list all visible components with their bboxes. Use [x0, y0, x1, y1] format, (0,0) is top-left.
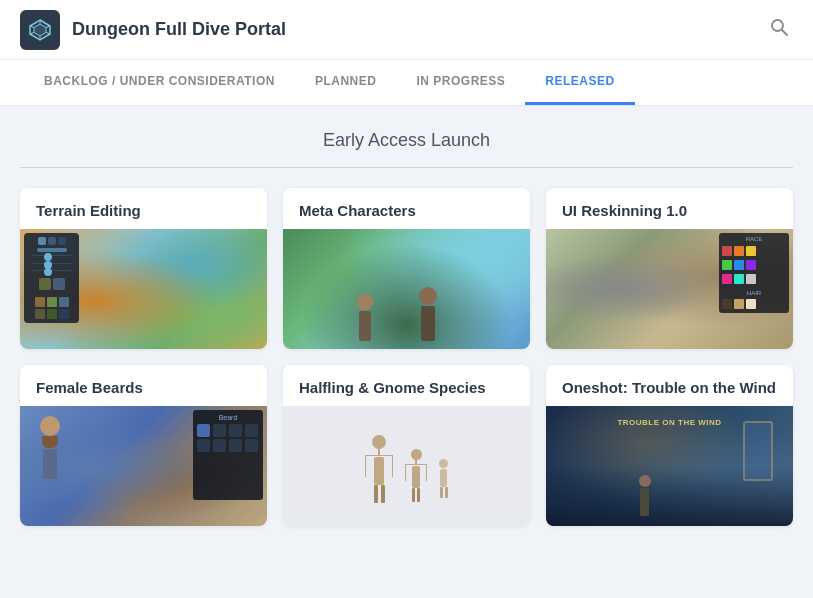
- main-content: Early Access Launch Terrain Editing: [0, 106, 813, 550]
- header: Dungeon Full Dive Portal: [0, 0, 813, 60]
- card-title-halfling: Halfling & Gnome Species: [283, 365, 530, 406]
- card-image-terrain: [20, 229, 267, 349]
- svg-line-9: [782, 30, 787, 35]
- card-halfling-gnome[interactable]: Halfling & Gnome Species: [283, 365, 530, 526]
- nav-tabs: BACKLOG / UNDER CONSIDERATION PLANNED IN…: [0, 60, 813, 106]
- svg-marker-1: [34, 24, 46, 36]
- card-image-halfling: [283, 406, 530, 526]
- svg-point-8: [772, 20, 783, 31]
- card-title-meta: Meta Characters: [283, 188, 530, 229]
- oneshot-title-overlay: TROUBLE ON THE WIND: [617, 418, 721, 427]
- card-title-beards: Female Beards: [20, 365, 267, 406]
- tab-planned[interactable]: PLANNED: [295, 60, 397, 105]
- card-terrain-editing[interactable]: Terrain Editing: [20, 188, 267, 349]
- card-title-terrain: Terrain Editing: [20, 188, 267, 229]
- header-left: Dungeon Full Dive Portal: [20, 10, 286, 50]
- search-button[interactable]: [765, 13, 793, 46]
- card-image-beards: Beard: [20, 406, 267, 526]
- tab-backlog[interactable]: BACKLOG / UNDER CONSIDERATION: [24, 60, 295, 105]
- card-image-meta: [283, 229, 530, 349]
- card-title-oneshot: Oneshot: Trouble on the Wind: [546, 365, 793, 406]
- cards-grid: Terrain Editing: [20, 188, 793, 526]
- tab-in-progress[interactable]: IN PROGRESS: [396, 60, 525, 105]
- tab-released[interactable]: RELEASED: [525, 60, 634, 105]
- card-meta-characters[interactable]: Meta Characters: [283, 188, 530, 349]
- section-title: Early Access Launch: [20, 130, 793, 168]
- app-title: Dungeon Full Dive Portal: [72, 19, 286, 40]
- card-title-reskin: UI Reskinning 1.0: [546, 188, 793, 229]
- card-ui-reskinning[interactable]: UI Reskinning 1.0 RACE: [546, 188, 793, 349]
- card-oneshot[interactable]: Oneshot: Trouble on the Wind TROUBLE ON …: [546, 365, 793, 526]
- card-female-beards[interactable]: Female Beards Beard: [20, 365, 267, 526]
- card-image-oneshot: TROUBLE ON THE WIND: [546, 406, 793, 526]
- card-image-reskin: RACE HA: [546, 229, 793, 349]
- logo: [20, 10, 60, 50]
